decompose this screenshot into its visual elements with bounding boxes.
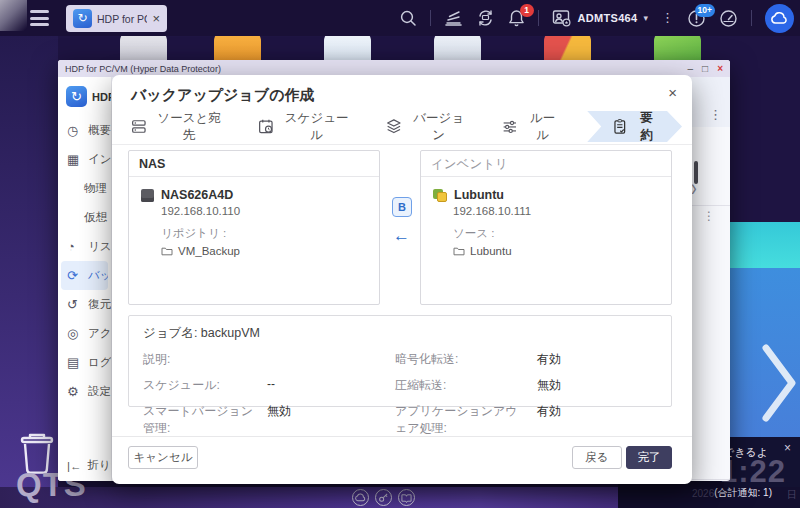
summary-value: 有効 [537,351,657,368]
summary-label: スマートバージョン管理: [143,403,267,437]
clock-date-fragment: 2026 [692,488,714,499]
search-icon[interactable] [399,9,417,27]
myqnapcloud-button[interactable] [765,4,794,33]
transfer-direction: B ← [380,150,420,305]
window-title: HDP for PC/VM (Hyper Data Protector) [65,64,688,74]
log-icon: ▤ [67,355,81,370]
inventory-panel-header: インベントリ [421,151,671,177]
source-folder: Lubuntu [453,245,661,257]
resource-monitor-gauge-icon[interactable] [719,9,738,28]
caret-down-icon: ▾ [643,13,648,23]
window-maximize-icon[interactable]: □ [702,64,708,74]
sidebar-item-settings[interactable]: ⚙設定 [58,377,111,406]
direction-arrow-icon: ← [393,226,410,246]
folder-icon [161,246,173,256]
sidebar-item-backup[interactable]: ⟳バックアップ [61,261,108,290]
toast-close-icon[interactable]: × [784,441,791,455]
step-source-destination[interactable]: ソースと宛先 [130,111,257,142]
summary-label: 説明: [143,351,267,368]
content-menu-dots-icon[interactable]: ⋮ [703,210,715,222]
tab-close-icon[interactable]: × [152,13,160,25]
dialog-title: バックアップジョブの作成 [131,86,315,105]
sidebar-item-restore[interactable]: ↺復元 [58,290,111,319]
content-divider [692,205,730,206]
hypervisor-icon [433,189,447,202]
step-version[interactable]: バージョン [385,111,501,142]
nas-ip: 192.168.10.110 [161,205,369,217]
wizard-steps: ソースと宛先 スケジュール バージョン ルール 要約 [130,111,682,142]
restore-icon: ↺ [67,297,81,312]
summary-value: 無効 [267,403,395,420]
step-schedule[interactable]: スケジュール [257,111,385,142]
hdp-app-logo-icon: ↻ [66,86,87,107]
topbar-divider [751,10,752,26]
window-close-icon[interactable]: × [717,64,723,74]
summary-clipboard-icon [611,117,629,136]
sidebar-item-physical[interactable]: 物理 [58,174,111,203]
myqnapcloud-icon[interactable] [352,489,369,506]
external-device-sync-icon[interactable] [476,9,495,27]
topbar-divider [430,10,431,26]
schedule-icon [257,117,275,136]
inventory-list-item[interactable]: Lubuntu 192.168.10.111 ソース : Lubuntu [421,177,671,257]
taskbar-tab-hdp[interactable]: ↻ HDP for PC/... × [66,5,167,32]
nas-list-item[interactable]: NAS626A4D 192.168.10.110 リポジトリ : VM_Back… [129,177,379,257]
nas-panel: NAS NAS626A4D 192.168.10.110 リポジトリ : VM_… [128,150,380,305]
window-minimize-icon[interactable]: – [688,64,694,74]
source-label: ソース : [453,226,661,241]
system-info-icon[interactable]: 10+ [687,9,706,28]
job-summary-box: ジョブ名: backupVM 説明: 暗号化転送: 有効 スケジュール: -- … [128,315,672,407]
repository-folder: VM_Backup [161,245,369,257]
backup-sync-icon: ⟳ [67,268,81,283]
activity-icon: ◎ [67,326,81,341]
main-menu-icon[interactable] [30,10,49,26]
sidebar-item-virtual[interactable]: 仮想 [58,203,111,232]
job-name: ジョブ名: backupVM [143,325,657,342]
sidebar-item-overview[interactable]: ◷概要 [58,116,111,145]
app-sidebar: ↻ HDP for PC/VM ◷概要 ▦インベントリ 物理 仮想 ◔リストア … [58,77,112,481]
step-rules[interactable]: ルール [501,111,593,142]
help-book-icon[interactable] [398,489,415,506]
backup-direction-badge: B [392,197,412,217]
notification-count-badge: 1 [520,4,534,17]
finish-button[interactable]: 完了 [626,446,672,469]
more-options-dots-icon[interactable]: ⋮ [661,12,674,24]
next-desktop-page-chevron-icon[interactable] [758,340,800,426]
inventory-ip: 192.168.10.111 [453,205,661,217]
nas-panel-header: NAS [129,151,379,177]
utilities-key-icon[interactable] [375,489,392,506]
repository-label: リポジトリ : [161,226,369,241]
rules-sliders-icon [501,117,519,136]
cancel-button[interactable]: キャンセル [128,446,198,469]
clock-icon: ◔ [67,239,81,254]
sidebar-item-logs[interactable]: ▤ログ [58,348,111,377]
folder-icon [453,246,465,256]
background-tasks-icon[interactable] [444,10,463,27]
step-summary[interactable]: 要約 [587,111,682,142]
gear-icon: ⚙ [67,384,81,399]
sidebar-item-inventory[interactable]: ▦インベントリ [58,145,111,174]
clock-date-fragment: 日 [787,488,797,502]
create-backup-job-dialog: バックアップジョブの作成 × ソースと宛先 スケジュール バージョン ルール 要… [112,75,692,484]
app-menu-dots-icon[interactable]: ⋮ [709,109,722,121]
dialog-close-icon[interactable]: × [668,84,677,101]
nas-device-icon [141,189,154,202]
back-button[interactable]: 戻る [572,446,622,469]
topbar-divider [538,10,539,26]
username: ADMTS464 [578,12,638,24]
summary-label: スケジュール: [143,377,267,394]
hdp-app-logo-icon: ↻ [73,9,92,28]
user-menu[interactable]: ADMTS464 ▾ [552,9,648,27]
summary-label: アプリケーションアウェア処理: [395,403,537,437]
summary-value: 無効 [537,377,657,394]
app-name: HDP for PC/VM [92,91,112,103]
sidebar-item-restore-point[interactable]: ◔リストア [58,232,111,261]
source-destination-icon [130,117,148,136]
overview-icon: ◷ [67,123,81,138]
qts-desktop-screen: QTS 1:22 できるよ × 2026 (合計通知: 1) 日 HDP for… [0,0,800,508]
notifications-bell-icon[interactable]: 1 [508,9,525,27]
info-count-badge: 10+ [695,4,715,17]
summary-value: -- [267,377,395,391]
sidebar-collapse-button[interactable]: |←折りたたむ [67,458,111,473]
sidebar-item-activity[interactable]: ◎アクティビティ [58,319,111,348]
